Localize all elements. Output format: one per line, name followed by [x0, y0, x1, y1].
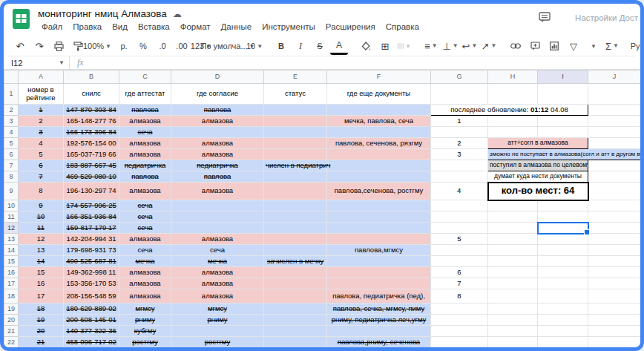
menu-help[interactable]: Справка [381, 22, 424, 32]
cell-D1[interactable]: где согласие [171, 84, 264, 105]
cell-C12[interactable]: сеча [119, 223, 171, 234]
col-header-B[interactable]: B [64, 70, 119, 84]
cell-A3[interactable]: 2 [19, 116, 64, 127]
cell-J5[interactable] [588, 138, 641, 149]
cell-C19[interactable]: мгмсу [119, 304, 171, 315]
cell-B16[interactable]: 149-362-998 11 [64, 267, 119, 278]
cell-D3[interactable]: алмазова [171, 116, 264, 127]
cell-G8[interactable] [431, 171, 488, 183]
cell-D10[interactable] [171, 200, 264, 211]
cell-H23[interactable] [488, 348, 538, 351]
cell-C18[interactable]: алмазова [119, 289, 171, 304]
cell-J4[interactable] [588, 127, 641, 138]
horizontal-align-icon[interactable]: ≡▼ [422, 39, 440, 53]
insert-comment-icon[interactable] [526, 39, 544, 53]
menu-tools[interactable]: Инструменты [257, 22, 321, 32]
row-header-16[interactable]: 16 [4, 267, 19, 278]
cell-B23[interactable]: 160-078-086 45 [64, 348, 119, 351]
row-header-8[interactable]: 8 [4, 171, 19, 183]
cell-D6[interactable]: алмазова [171, 149, 264, 160]
font-size-select[interactable]: 10▼ [246, 39, 263, 53]
menu-file[interactable]: Файл [36, 22, 68, 32]
cell-J21[interactable] [588, 326, 641, 337]
cell-D16[interactable]: алмазова [171, 267, 264, 278]
namebox-dropdown-icon[interactable]: ▼ [59, 59, 65, 66]
cell-A4[interactable]: 3 [19, 127, 64, 138]
cell-D7[interactable]: педиатричка [171, 160, 264, 171]
cell-D23[interactable]: алмазова [171, 348, 264, 351]
cell-D17[interactable]: алмазова [171, 278, 264, 289]
formula-input[interactable] [91, 56, 640, 69]
cell-C14[interactable]: сеча [119, 245, 171, 256]
col-header-I[interactable]: I [538, 70, 588, 84]
cell-E4[interactable] [264, 127, 327, 138]
cell-I18[interactable] [538, 289, 588, 304]
col-header-E[interactable]: E [264, 70, 327, 84]
col-header-J[interactable]: J [588, 70, 641, 84]
row-header-7[interactable]: 7 [4, 160, 19, 171]
undo-icon[interactable]: ↶ [11, 39, 29, 53]
cell-D4[interactable] [171, 127, 264, 138]
legend-note-row9[interactable]: кол-во мест: 64 [488, 183, 588, 200]
row-header-10[interactable]: 10 [4, 200, 19, 211]
col-header-D[interactable]: D [171, 70, 264, 84]
cell-E1[interactable]: статус [264, 84, 327, 105]
cell-D8[interactable]: павлова [171, 171, 264, 183]
cell-G18[interactable]: 8 [431, 289, 488, 304]
cell-F15[interactable] [327, 256, 431, 267]
cell-C10[interactable]: сеча [119, 200, 171, 211]
cell-E5[interactable] [264, 138, 327, 149]
cell-D21[interactable] [171, 326, 264, 337]
cell-A23[interactable]: 22 [19, 348, 64, 351]
cell-H16[interactable] [488, 267, 538, 278]
cell-C15[interactable]: мечка [119, 256, 171, 267]
cell-A21[interactable]: 20 [19, 326, 64, 337]
cell-G21[interactable] [431, 326, 488, 337]
row-header-14[interactable]: 14 [4, 245, 19, 256]
cell-F5[interactable]: павлова, сеченова, рязгму [327, 138, 431, 149]
cell-E11[interactable] [264, 211, 327, 223]
cell-E14[interactable] [264, 245, 327, 256]
row-header-12[interactable]: 12 [4, 223, 19, 234]
row-header-13[interactable]: 13 [4, 234, 19, 245]
row-header-23[interactable]: 23 [4, 348, 19, 351]
cell-C1[interactable]: где аттестат [119, 84, 171, 105]
cell-J13[interactable] [588, 234, 641, 245]
decrease-decimal-button[interactable]: .0 [154, 39, 171, 53]
cell-I13[interactable] [538, 234, 588, 245]
cell-C11[interactable]: сеча [119, 211, 171, 223]
cell-C4[interactable]: сеча [119, 127, 171, 138]
cell-H20[interactable] [488, 315, 538, 326]
cell-H11[interactable] [488, 211, 538, 223]
cell-D19[interactable]: мгмсу [171, 304, 264, 315]
bold-icon[interactable]: B [272, 39, 290, 53]
cell-G15[interactable] [431, 256, 488, 267]
cell-E6[interactable] [264, 149, 327, 160]
menu-extensions[interactable]: Расширения [321, 22, 381, 32]
cell-G12[interactable] [431, 223, 488, 234]
cell-D20[interactable]: рниму [171, 315, 264, 326]
cell-B12[interactable]: 159-817-179 17 [64, 223, 119, 234]
cell-I17[interactable] [538, 278, 588, 289]
cell-E18[interactable] [264, 289, 327, 304]
row-header-22[interactable]: 22 [4, 337, 19, 348]
cell-F8[interactable] [327, 171, 431, 183]
cell-B1[interactable]: снилс [64, 84, 119, 105]
cell-B5[interactable]: 192-576-154 00 [64, 138, 119, 149]
select-all-corner[interactable] [4, 70, 19, 84]
cell-G3[interactable]: 1 [431, 116, 488, 127]
row-header-11[interactable]: 11 [4, 211, 19, 223]
vertical-align-icon[interactable]: ⊥▼ [441, 39, 459, 53]
cell-I12[interactable] [538, 223, 588, 234]
cell-A13[interactable]: 12 [19, 234, 64, 245]
cell-C23[interactable]: алмазова [119, 348, 171, 351]
cell-G7[interactable] [431, 160, 488, 171]
functions-icon[interactable]: Σ▼ [603, 39, 621, 53]
cell-A16[interactable]: 15 [19, 267, 64, 278]
cell-F16[interactable] [327, 267, 431, 278]
cell-I22[interactable] [538, 337, 588, 348]
cell-G4[interactable] [431, 127, 488, 138]
cell-H14[interactable] [488, 245, 538, 256]
cell-E13[interactable] [264, 234, 327, 245]
cell-E15[interactable]: зачислен в мечку [264, 256, 327, 267]
